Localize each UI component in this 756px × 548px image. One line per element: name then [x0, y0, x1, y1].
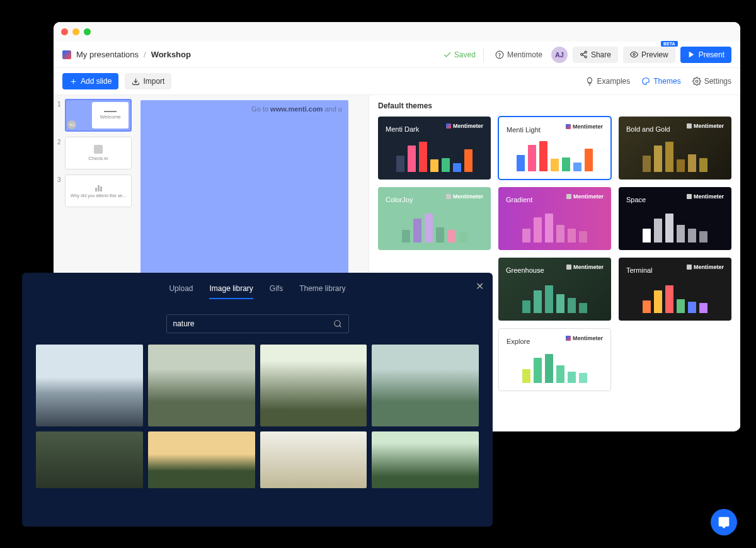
- slide-content-icon: [104, 111, 117, 112]
- share-label: Share: [591, 50, 611, 59]
- svg-line-14: [339, 326, 341, 328]
- themes-section-title: Default themes: [378, 101, 731, 110]
- breadcrumb: My presentations / Workshop: [62, 50, 191, 59]
- mentimote-label: Mentimote: [507, 50, 542, 59]
- theme-bars-icon: [506, 282, 604, 313]
- url-host: www.menti.com: [270, 105, 323, 113]
- close-icon[interactable]: ✕: [476, 280, 484, 292]
- search-box: [166, 314, 349, 333]
- theme-name: Bold and Gold: [626, 125, 670, 133]
- present-label: Present: [699, 50, 724, 59]
- tab-image-library[interactable]: Image library: [209, 284, 253, 299]
- svg-point-3: [581, 54, 583, 55]
- close-window-icon[interactable]: [61, 28, 68, 35]
- logo-icon[interactable]: [62, 50, 71, 59]
- canvas-url-hint: Go to www.menti.com and u: [251, 105, 342, 113]
- help-chat-button[interactable]: [711, 509, 737, 535]
- mentimote-link[interactable]: Mentimote: [491, 47, 546, 62]
- image-result[interactable]: [148, 431, 255, 488]
- settings-tab[interactable]: Settings: [692, 77, 731, 86]
- help-icon: [495, 50, 504, 59]
- separator: [483, 48, 484, 62]
- theme-name: Gradient: [506, 196, 532, 203]
- theme-card-greenhouse[interactable]: Greenhouse Mentimeter: [498, 258, 611, 321]
- theme-bars-icon: [626, 282, 724, 313]
- theme-bars-icon: [507, 140, 603, 171]
- theme-brand-label: Mentimeter: [566, 335, 603, 341]
- preview-button[interactable]: BETA Preview: [623, 47, 675, 63]
- theme-brand-label: Mentimeter: [446, 193, 483, 200]
- theme-brand-label: Mentimeter: [566, 264, 604, 270]
- theme-card-space[interactable]: Space Mentimeter: [619, 187, 731, 250]
- toolbar: Add slide Import Examples Themes Setting…: [54, 68, 740, 95]
- theme-brand-label: Mentimeter: [566, 193, 604, 200]
- image-results-grid: [36, 345, 479, 488]
- minimize-window-icon[interactable]: [72, 28, 79, 35]
- theme-card-terminal[interactable]: Terminal Mentimeter: [619, 258, 731, 321]
- search-input[interactable]: [173, 319, 333, 328]
- play-icon: [687, 50, 696, 59]
- theme-card-menti-light[interactable]: Menti Light Mentimeter: [498, 117, 611, 180]
- avatar[interactable]: AJ: [551, 47, 568, 63]
- image-result[interactable]: [372, 431, 479, 488]
- svg-point-4: [585, 56, 587, 58]
- search-icon[interactable]: [333, 319, 342, 328]
- bar-chart-icon: [95, 184, 102, 191]
- examples-label: Examples: [597, 77, 631, 86]
- theme-card-gradient[interactable]: Gradient Mentimeter: [498, 187, 611, 250]
- svg-point-12: [696, 80, 698, 83]
- theme-name: Menti Light: [507, 126, 541, 134]
- tab-upload[interactable]: Upload: [169, 284, 193, 299]
- image-result[interactable]: [36, 431, 143, 488]
- slide-label: Check-in: [88, 156, 108, 161]
- lightbulb-icon: [585, 77, 594, 86]
- theme-card-bold-gold[interactable]: Bold and Gold Mentimeter: [619, 117, 731, 180]
- svg-line-6: [583, 53, 585, 54]
- theme-bars-icon: [506, 211, 604, 243]
- toolbar-left: Add slide Import: [62, 73, 171, 89]
- image-result[interactable]: [260, 345, 367, 426]
- share-button[interactable]: Share: [573, 47, 618, 63]
- chat-icon: [718, 516, 730, 528]
- toolbar-right: Examples Themes Settings: [585, 77, 731, 86]
- preview-label: Preview: [641, 50, 668, 59]
- slide-thumb-1[interactable]: Welcome AJ: [65, 99, 132, 132]
- tab-gifs[interactable]: Gifs: [270, 284, 283, 299]
- import-button[interactable]: Import: [125, 73, 171, 89]
- theme-bars-icon: [386, 140, 483, 172]
- eye-icon: [630, 50, 638, 59]
- examples-tab[interactable]: Examples: [585, 77, 631, 86]
- slide-row-3: 3 Why did you attend this se...: [57, 174, 132, 207]
- theme-card-colorjoy[interactable]: ColorJoy Mentimeter: [378, 187, 491, 250]
- image-result[interactable]: [148, 345, 255, 426]
- theme-name: ColorJoy: [386, 196, 413, 203]
- present-button[interactable]: Present: [680, 47, 731, 63]
- theme-name: Greenhouse: [506, 266, 544, 274]
- breadcrumb-root[interactable]: My presentations: [76, 50, 139, 59]
- svg-marker-8: [689, 52, 694, 58]
- import-label: Import: [143, 77, 164, 86]
- search-wrap: [36, 314, 479, 333]
- slide-thumb-3[interactable]: Why did you attend this se...: [65, 174, 132, 207]
- themes-tab[interactable]: Themes: [641, 77, 680, 86]
- add-slide-button[interactable]: Add slide: [62, 73, 118, 89]
- svg-point-7: [633, 54, 635, 55]
- image-result[interactable]: [372, 345, 479, 426]
- theme-bars-icon: [626, 211, 724, 243]
- theme-name: Space: [626, 196, 646, 203]
- image-result[interactable]: [260, 431, 367, 488]
- theme-bars-icon: [507, 351, 603, 383]
- tab-theme-library[interactable]: Theme library: [299, 284, 345, 299]
- theme-brand-label: Mentimeter: [566, 123, 603, 130]
- plus-icon: [69, 77, 77, 86]
- theme-card-menti-dark[interactable]: Menti Dark Mentimeter: [378, 117, 491, 180]
- slide-number: 2: [57, 137, 62, 169]
- gear-icon: [692, 77, 701, 86]
- image-library-modal: ✕ Upload Image library Gifs Theme librar…: [22, 273, 493, 527]
- image-result[interactable]: [36, 345, 143, 426]
- svg-point-2: [585, 51, 587, 53]
- maximize-window-icon[interactable]: [84, 28, 91, 35]
- url-prefix: Go to: [251, 105, 270, 113]
- theme-card-explore[interactable]: Explore Mentimeter: [498, 328, 611, 391]
- slide-thumb-2[interactable]: Check-in: [65, 137, 132, 169]
